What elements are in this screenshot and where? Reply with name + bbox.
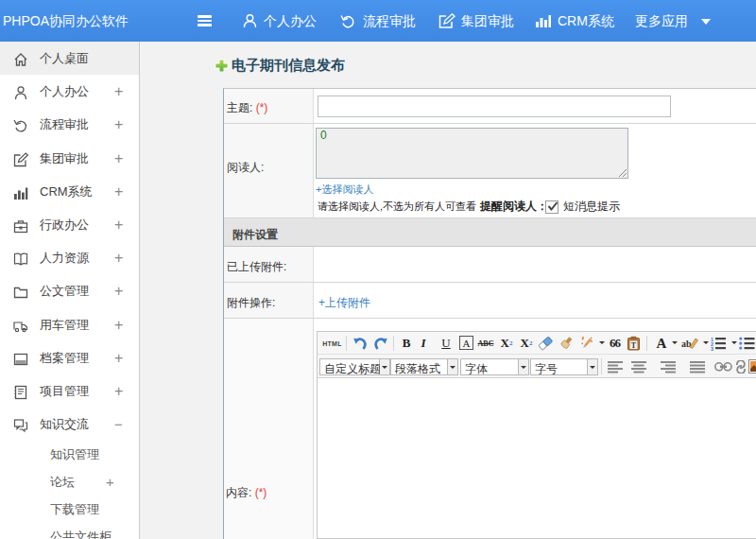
svg-text:T: T xyxy=(631,341,637,350)
svg-text:3: 3 xyxy=(711,346,713,352)
